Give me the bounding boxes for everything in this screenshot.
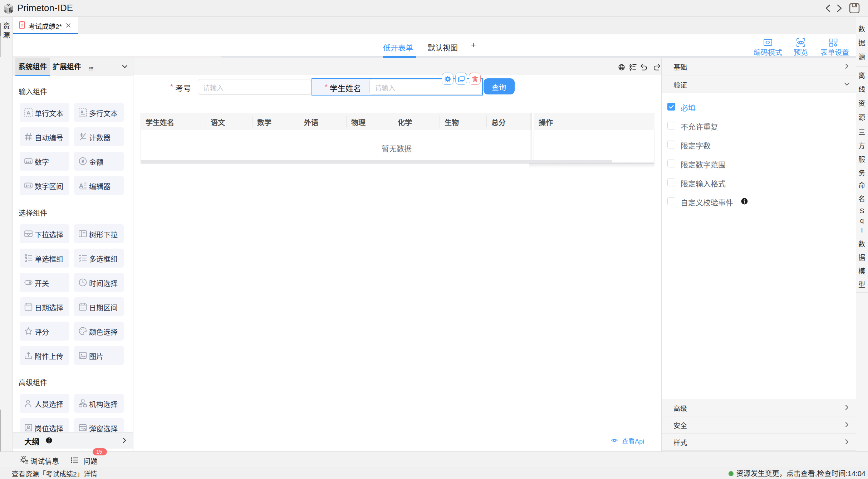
svg-text:A: A [26, 109, 30, 116]
svg-text:¥: ¥ [82, 159, 84, 164]
svg-text:A: A [80, 110, 83, 114]
svg-text:123: 123 [25, 160, 31, 163]
svg-text:A: A [79, 182, 83, 189]
svg-text:1~3: 1~3 [25, 184, 31, 187]
